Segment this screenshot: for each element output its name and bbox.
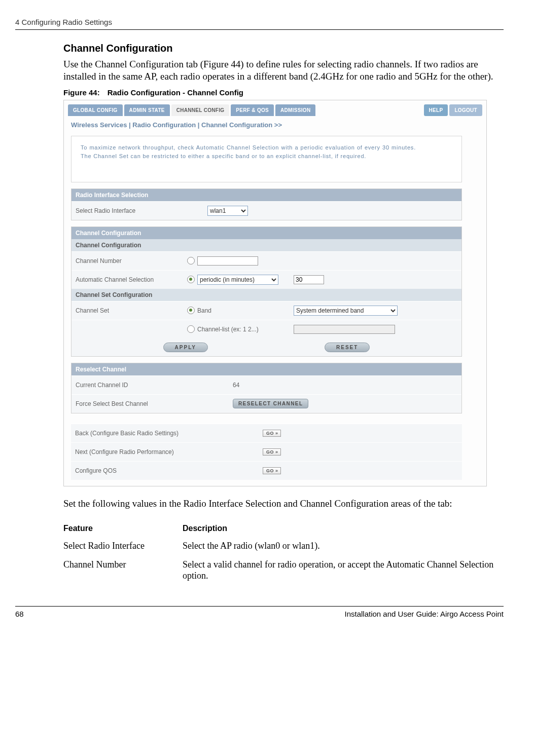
help-button[interactable]: HELP (424, 104, 448, 116)
radio-band[interactable] (187, 307, 195, 314)
apply-button[interactable]: APPLY (163, 343, 208, 352)
panel-sub-channel-set: Channel Set Configuration (72, 289, 461, 301)
td-feature: Channel Number (63, 559, 183, 582)
row-current-channel-id: Current Channel ID 64 (72, 375, 461, 394)
panel-reselect-channel: Reselect Channel Current Channel ID 64 F… (71, 363, 462, 413)
label-auto-channel-selection: Automatic Channel Selection (76, 276, 187, 283)
select-band[interactable]: System determined band (294, 306, 398, 316)
radio-auto-channel-selection[interactable] (187, 276, 195, 283)
label-band: Band (197, 307, 294, 314)
tab-row: GLOBAL CONFIG ADMIN STATE CHANNEL CONFIG… (68, 104, 482, 116)
select-auto-mode[interactable]: periodic (in minutes) (197, 275, 278, 285)
reset-button[interactable]: RESET (325, 343, 370, 352)
apply-reset-row: APPLY RESET (72, 338, 461, 356)
screenshot-panel: GLOBAL CONFIG ADMIN STATE CHANNEL CONFIG… (63, 100, 487, 486)
label-force-select: Force Select Best Channel (76, 400, 207, 407)
footer-title: Installation and User Guide: Airgo Acces… (344, 610, 504, 618)
go-button-back[interactable]: GO » (263, 430, 281, 437)
post-figure-paragraph: Set the following values in the Radio In… (63, 498, 504, 510)
input-auto-minutes[interactable] (294, 275, 324, 284)
input-channel-number[interactable] (197, 256, 258, 266)
breadcrumb: Wireless Services | Radio Configuration … (71, 121, 479, 129)
info-box: To maximize network throughput, check Au… (71, 136, 462, 182)
panel-head-reselect: Reselect Channel (72, 363, 461, 375)
panel-nav-links: Back (Configure Basic Radio Settings) GO… (71, 424, 462, 480)
tab-perf-qos[interactable]: PERF & QOS (231, 104, 274, 116)
table-row: Select Radio Interface Select the AP rad… (63, 537, 504, 556)
tab-global-config[interactable]: GLOBAL CONFIG (68, 104, 123, 116)
label-nav-qos: Configure QOS (75, 467, 263, 474)
tab-channel-config[interactable]: CHANNEL CONFIG (171, 104, 230, 116)
radio-channel-list[interactable] (187, 325, 195, 333)
section-heading: Channel Configuration (63, 43, 504, 54)
row-force-select: Force Select Best Channel RESELECT CHANN… (72, 394, 461, 413)
value-current-channel-id: 64 (207, 382, 457, 389)
panel-radio-interface: Radio Interface Selection Select Radio I… (71, 188, 462, 220)
label-channel-number: Channel Number (76, 257, 187, 264)
th-description: Description (183, 524, 504, 533)
td-feature: Select Radio Interface (63, 540, 183, 552)
label-nav-back: Back (Configure Basic Radio Settings) (75, 430, 263, 437)
panel-sub-channel-config: Channel Configuration (72, 239, 461, 251)
select-radio-interface[interactable]: wlan1 (207, 206, 248, 216)
panel-head-channel-config: Channel Configuration (72, 227, 461, 239)
tab-admin-state[interactable]: ADMIN STATE (124, 104, 170, 116)
intro-paragraph: Use the Channel Configuration tab (Figur… (63, 58, 504, 83)
row-channel-set-band: Channel Set Band System determined band (72, 301, 461, 320)
chapter-label: 4 Configuring Radio Settings (15, 18, 112, 26)
row-nav-back: Back (Configure Basic Radio Settings) GO… (71, 424, 462, 442)
page-footer: 68 Installation and User Guide: Airgo Ac… (15, 606, 504, 618)
radio-channel-number[interactable] (187, 257, 195, 264)
go-button-next[interactable]: GO » (263, 448, 281, 456)
input-channel-list[interactable] (294, 325, 395, 334)
table-row: Channel Number Select a valid channel fo… (63, 556, 504, 586)
label-current-channel-id: Current Channel ID (76, 382, 207, 389)
td-description: Select the AP radio (wlan0 or wlan1). (183, 540, 504, 552)
figure-caption: Figure 44: Radio Configuration - Channel… (63, 88, 504, 97)
go-button-qos[interactable]: GO » (263, 467, 281, 474)
reselect-channel-button[interactable]: RESELECT CHANNEL (233, 399, 308, 408)
label-channel-list: Channel-list (ex: 1 2...) (197, 326, 294, 333)
td-description: Select a valid channel for radio operati… (183, 559, 504, 582)
page-number: 68 (15, 610, 24, 618)
panel-channel-config: Channel Configuration Channel Configurat… (71, 226, 462, 357)
row-auto-channel-selection: Automatic Channel Selection periodic (in… (72, 270, 461, 289)
label-nav-next: Next (Configure Radio Performance) (75, 448, 263, 456)
page-header: 4 Configuring Radio Settings (15, 18, 504, 30)
logout-button[interactable]: LOGOUT (449, 104, 482, 116)
row-channel-number: Channel Number (72, 251, 461, 270)
table-header-row: Feature Description (63, 521, 504, 537)
label-select-radio-interface: Select Radio Interface (76, 207, 207, 214)
feature-table: Feature Description Select Radio Interfa… (63, 521, 504, 586)
row-nav-qos: Configure QOS GO » (71, 461, 462, 480)
row-channel-list: Channel-list (ex: 1 2...) (72, 320, 461, 338)
row-nav-next: Next (Configure Radio Performance) GO » (71, 442, 462, 461)
row-select-radio-interface: Select Radio Interface wlan1 (72, 201, 461, 220)
panel-head-radio-interface: Radio Interface Selection (72, 189, 461, 201)
th-feature: Feature (63, 524, 183, 533)
label-channel-set: Channel Set (76, 307, 187, 314)
tab-admission[interactable]: ADMISSION (275, 104, 315, 116)
